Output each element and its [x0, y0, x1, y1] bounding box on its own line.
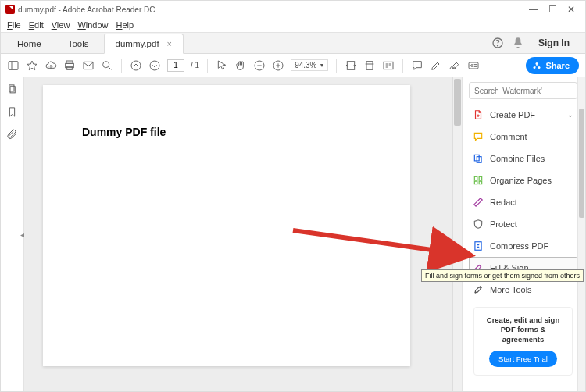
organize-pages-icon	[473, 175, 484, 186]
tool-label: Create PDF	[490, 110, 535, 119]
svg-rect-33	[474, 176, 477, 180]
svg-point-38	[475, 292, 476, 293]
chevron-down-icon: ⌄	[567, 111, 573, 119]
tab-home[interactable]: Home	[5, 33, 53, 53]
tab-close-icon[interactable]: ×	[167, 39, 172, 48]
sidebar-toggle-icon[interactable]	[7, 59, 20, 72]
tool-redact[interactable]: Redact	[469, 191, 577, 213]
tool-label: Redact	[490, 198, 517, 207]
comment-icon[interactable]	[411, 59, 423, 72]
tool-more-tools[interactable]: More Tools	[469, 279, 577, 301]
tool-organize-pages[interactable]: Organize Pages	[469, 169, 577, 191]
sign-icon[interactable]	[448, 59, 461, 72]
tool-comment[interactable]: Comment	[469, 126, 577, 148]
window-title: dummy.pdf - Adobe Acrobat Reader DC	[18, 5, 155, 14]
svg-rect-18	[348, 61, 355, 69]
tool-label: Protect	[490, 219, 517, 229]
document-heading: Dummy PDF file	[82, 126, 166, 138]
document-scrollbar[interactable]	[452, 77, 462, 391]
svg-rect-35	[474, 181, 477, 184]
svg-rect-36	[479, 181, 482, 184]
tab-document[interactable]: dummy.pdf ×	[104, 34, 184, 54]
main-area: ◂ Dummy PDF file ▸ Create PDF⌄CommentCom…	[1, 77, 585, 391]
promo-text: Create, edit and sign PDF forms & agreem…	[479, 315, 567, 344]
tool-protect[interactable]: Protect	[469, 213, 577, 235]
menu-edit[interactable]: Edit	[29, 20, 44, 30]
svg-rect-8	[84, 62, 93, 69]
tool-label: Combine Files	[490, 154, 545, 163]
tab-tools[interactable]: Tools	[56, 33, 101, 53]
menu-help[interactable]: Help	[116, 20, 134, 30]
bookmark-icon[interactable]	[6, 106, 18, 118]
toolbar: / 1 94.3% ▼ Share	[1, 54, 585, 77]
fit-width-icon[interactable]	[345, 59, 357, 72]
svg-point-12	[150, 61, 159, 70]
attachment-icon[interactable]	[6, 129, 18, 141]
tool-label: Compress PDF	[490, 241, 548, 251]
svg-point-11	[131, 61, 141, 70]
zoom-out-icon[interactable]	[253, 59, 266, 72]
stamp-icon[interactable]	[467, 59, 480, 72]
tool-compress-pdf[interactable]: Compress PDF	[469, 235, 577, 257]
menubar: File Edit View Window Help	[1, 18, 585, 32]
combine-files-icon	[473, 153, 484, 164]
titlebar: dummy.pdf - Adobe Acrobat Reader DC — ☐ …	[1, 1, 585, 18]
svg-rect-19	[366, 61, 373, 69]
redact-icon	[473, 197, 484, 208]
tool-combine-files[interactable]: Combine Files	[469, 148, 577, 169]
svg-rect-21	[384, 62, 393, 69]
svg-point-1	[497, 45, 498, 46]
page-total-label: / 1	[191, 61, 199, 69]
close-button[interactable]: ✕	[562, 2, 581, 17]
maximize-button[interactable]: ☐	[543, 2, 562, 17]
tooltip: Fill and sign forms or get them signed f…	[421, 269, 584, 282]
app-icon	[5, 5, 15, 14]
svg-point-9	[103, 61, 109, 67]
menu-view[interactable]: View	[52, 20, 70, 30]
fit-page-icon[interactable]	[363, 59, 376, 72]
create-pdf-icon	[473, 109, 484, 120]
menu-window[interactable]: Window	[77, 20, 108, 30]
minimize-button[interactable]: —	[524, 2, 543, 17]
page-up-icon[interactable]	[130, 59, 142, 72]
cloud-upload-icon[interactable]	[45, 59, 57, 72]
svg-point-28	[538, 66, 541, 69]
start-free-trial-button[interactable]: Start Free Trial	[489, 351, 557, 367]
read-mode-icon[interactable]	[382, 59, 395, 72]
tools-search-input[interactable]	[469, 82, 577, 99]
tool-label: Comment	[490, 132, 527, 141]
collapse-left-handle[interactable]: ◂	[18, 230, 26, 239]
promo-box: Create, edit and sign PDF forms & agreem…	[473, 307, 573, 376]
help-icon[interactable]	[491, 37, 504, 49]
document-page: Dummy PDF file	[43, 85, 410, 366]
bell-icon[interactable]	[512, 37, 524, 49]
tool-create-pdf[interactable]: Create PDF⌄	[469, 104, 577, 126]
mail-icon[interactable]	[82, 59, 95, 72]
right-panel-scrollbar[interactable]	[577, 77, 585, 391]
thumbnails-icon[interactable]	[6, 84, 18, 95]
hand-icon[interactable]	[234, 59, 247, 72]
zoom-level-dropdown[interactable]: 94.3% ▼	[291, 59, 328, 71]
svg-rect-2	[9, 61, 18, 69]
highlight-icon[interactable]	[430, 59, 442, 72]
share-icon	[532, 61, 541, 70]
search-icon[interactable]	[101, 59, 113, 72]
document-area[interactable]: ◂ Dummy PDF file ▸	[24, 77, 462, 391]
compress-pdf-icon	[473, 241, 484, 251]
print-icon[interactable]	[63, 59, 76, 72]
right-panel: Create PDF⌄CommentCombine FilesOrganize …	[462, 77, 585, 391]
svg-marker-4	[27, 61, 37, 70]
zoom-in-icon[interactable]	[272, 59, 284, 72]
svg-rect-34	[479, 176, 482, 180]
page-number-input[interactable]	[167, 59, 184, 72]
pointer-icon[interactable]	[216, 59, 228, 72]
star-icon[interactable]	[26, 59, 38, 72]
page-down-icon[interactable]	[148, 59, 161, 72]
svg-point-27	[534, 66, 536, 69]
sign-in-button[interactable]: Sign In	[532, 34, 576, 52]
tabs-row: Home Tools dummy.pdf × Sign In	[1, 32, 585, 54]
comment-icon	[473, 131, 484, 142]
share-button[interactable]: Share	[526, 57, 579, 74]
menu-file[interactable]: File	[7, 20, 21, 30]
svg-line-10	[109, 67, 111, 69]
